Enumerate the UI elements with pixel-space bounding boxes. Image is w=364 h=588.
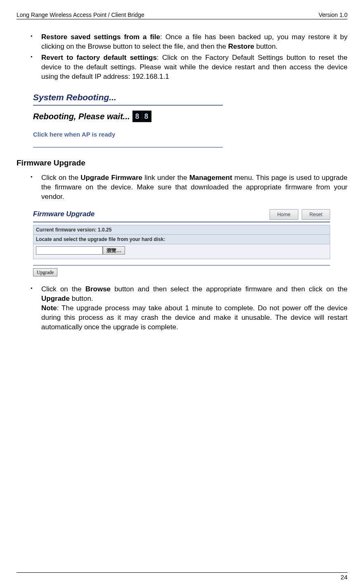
bullet-restore: Restore saved settings from a file: Once…: [31, 33, 347, 52]
reboot-msg: Rebooting, Please wait...: [33, 111, 130, 122]
upgrade-button[interactable]: Upgrade: [33, 268, 57, 276]
top-bullet-list: Restore saved settings from a file: Once…: [31, 33, 347, 82]
t: Click on the: [41, 285, 85, 293]
t: Browse: [85, 285, 111, 293]
note-body: : The upgrade process may take about 1 m…: [41, 304, 347, 331]
screenshot-reboot: System Rebooting... Rebooting, Please wa…: [33, 92, 223, 148]
bullet-tail-bold: Restore: [228, 43, 254, 50]
fw-version-row: Current firmware version: 1.0.25: [33, 225, 330, 234]
bullet-browse-upgrade: Click on the Browse button and then sele…: [31, 285, 347, 332]
page-footer: 24: [17, 572, 347, 581]
browse-button[interactable]: 瀏覽…: [103, 246, 125, 255]
t: Management: [189, 174, 232, 182]
mid-bullet-list: Click on the Upgrade Firmware link under…: [31, 173, 347, 202]
bottom-bullet-list: Click on the Browse button and then sele…: [31, 285, 347, 332]
countdown-icon: 8 8: [132, 111, 151, 122]
reset-button[interactable]: Reset: [302, 209, 330, 220]
bullet-upgrade-firmware: Click on the Upgrade Firmware link under…: [31, 173, 347, 202]
fw-locate-row: Locate and select the upgrade file from …: [33, 234, 330, 244]
bullet-revert: Revert to factory default settings: Clic…: [31, 53, 347, 82]
ap-ready-link[interactable]: Click here when AP is ready: [33, 130, 223, 139]
divider: [33, 105, 223, 106]
t: Upgrade Firmware: [80, 174, 142, 182]
t: link under the: [142, 174, 189, 182]
reboot-msg-row: Rebooting, Please wait... 8 8: [33, 111, 223, 122]
page-header: Long Range Wireless Access Point / Clien…: [17, 12, 347, 19]
fw-title: Firmware Upgrade: [33, 210, 95, 219]
reboot-title: System Rebooting...: [33, 92, 223, 103]
home-button[interactable]: Home: [269, 209, 298, 220]
t: button.: [70, 295, 93, 302]
file-input[interactable]: [36, 246, 103, 255]
header-right: Version 1.0: [319, 12, 347, 18]
digit-1: 8: [133, 111, 142, 121]
section-title: Firmware Upgrade: [17, 158, 347, 168]
bullet-lead: Restore saved settings from a file: [41, 33, 160, 41]
screenshot-firmware-upgrade: Firmware Upgrade Home Reset Current firm…: [33, 209, 330, 276]
divider: [33, 147, 223, 148]
header-left: Long Range Wireless Access Point / Clien…: [17, 12, 144, 18]
bullet-tail: button.: [254, 43, 278, 50]
fw-file-row: 瀏覽…: [33, 244, 330, 259]
t: button and then select the appropriate f…: [111, 285, 347, 293]
digit-2: 8: [142, 111, 151, 121]
divider: [33, 222, 330, 222]
note-lead: Note: [41, 304, 57, 312]
page-number: 24: [340, 574, 347, 581]
t: Upgrade: [41, 295, 70, 302]
t: Click on the: [41, 174, 80, 182]
bullet-lead: Revert to factory default settings: [41, 54, 157, 61]
divider: [33, 265, 330, 266]
